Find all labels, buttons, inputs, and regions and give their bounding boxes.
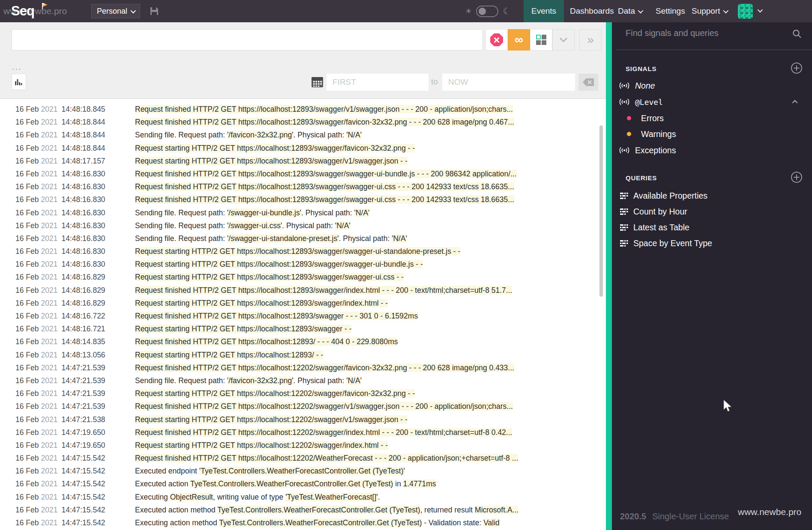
event-row[interactable]: 16 Feb202114:48:18.844 Request starting …: [15, 142, 606, 155]
event-row[interactable]: 16 Feb202114:48:14.835 Request finished …: [15, 335, 606, 348]
event-row[interactable]: 16 Feb202114:48:16.830 Request finished …: [15, 180, 606, 193]
signal-item-errors[interactable]: Errors: [612, 111, 812, 125]
add-signal-button[interactable]: [790, 62, 803, 76]
event-row[interactable]: 16 Feb202114:48:16.829 Request starting …: [15, 297, 606, 310]
event-message: Executing action method TyeTest.Controll…: [135, 516, 500, 529]
event-row[interactable]: 16 Feb202114:48:16.830 Request starting …: [15, 245, 606, 258]
event-row[interactable]: 16 Feb202114:47:15.542 Executing action …: [15, 516, 606, 529]
signal-item-none[interactable]: None: [612, 78, 812, 93]
event-message: Executed action method TyeTest.Controlle…: [135, 503, 518, 516]
event-row[interactable]: 16 Feb202114:47:19.650 Request starting …: [15, 439, 606, 452]
theme-toggle[interactable]: [476, 6, 498, 17]
event-row[interactable]: 16 Feb202114:48:18.844 Request finished …: [15, 116, 606, 128]
filter-history-ellipsis[interactable]: ...: [12, 62, 22, 72]
event-row[interactable]: 16 Feb202114:47:15.542 Executed action T…: [15, 477, 606, 490]
event-row[interactable]: 16 Feb202114:47:15.542 Request finished …: [15, 452, 606, 464]
event-row[interactable]: 16 Feb202114:47:21.539 Request finished …: [15, 400, 606, 413]
sidebar-accent-strip: [606, 22, 612, 530]
event-timestamp: 16 Feb202114:48:14.835: [15, 335, 135, 348]
sidebar-search-placeholder[interactable]: Find signals and queries: [626, 28, 719, 38]
range-start-input[interactable]: [327, 74, 428, 91]
moon-icon: ☾: [503, 6, 511, 16]
save-icon[interactable]: [150, 6, 159, 18]
message-segment: Request starting HTTP/2 GET https://loca…: [135, 299, 388, 307]
stop-button[interactable]: [485, 29, 508, 51]
event-row[interactable]: 16 Feb202114:47:15.542 Executing ObjectR…: [15, 491, 606, 503]
nav-tab-support[interactable]: Support: [684, 0, 735, 22]
event-row[interactable]: 16 Feb202114:47:21.539 Sending file. Req…: [15, 374, 606, 387]
add-query-button[interactable]: [790, 171, 803, 185]
nav-tab-events[interactable]: Events: [524, 0, 564, 22]
query-item-count-by-hour[interactable]: Count by Hour: [612, 204, 812, 219]
user-avatar[interactable]: [738, 4, 753, 19]
nav-tab-data[interactable]: Data: [610, 0, 650, 22]
event-timestamp: 16 Feb202114:47:21.538: [15, 413, 135, 426]
message-segment: . Physical path:: [282, 221, 335, 230]
range-end-input[interactable]: [442, 74, 575, 91]
signal-label: @Level: [635, 98, 663, 107]
tiles-view-button[interactable]: [530, 29, 552, 51]
event-message: Sending file. Request path: '/favicon-32…: [135, 374, 362, 387]
search-query-input[interactable]: [12, 29, 483, 51]
event-message: Request finished HTTP/2 GET https://loca…: [135, 284, 512, 297]
event-row[interactable]: 16 Feb202114:47:21.539 Request starting …: [15, 387, 606, 400]
signal-item-warnings[interactable]: Warnings: [612, 127, 812, 141]
event-row[interactable]: 16 Feb202114:48:16.829 Request finished …: [15, 284, 606, 297]
clear-range-button[interactable]: [578, 74, 598, 91]
histogram-toggle-button[interactable]: [12, 74, 26, 90]
event-row[interactable]: 16 Feb202114:48:16.830 Sending file. Req…: [15, 219, 606, 232]
event-timestamp: 16 Feb202114:48:16.830: [15, 193, 135, 206]
event-row[interactable]: 16 Feb202114:48:16.830 Sending file. Req…: [15, 206, 606, 219]
event-timestamp: 16 Feb202114:48:16.830: [15, 167, 135, 180]
event-row[interactable]: 16 Feb202114:48:17.157 Request starting …: [15, 155, 606, 167]
event-row[interactable]: 16 Feb202114:48:16.721 Request starting …: [15, 322, 606, 335]
event-timestamp: 16 Feb202114:48:18.844: [15, 128, 135, 141]
event-row[interactable]: 16 Feb202114:48:18.844 Sending file. Req…: [15, 128, 606, 141]
event-row[interactable]: 16 Feb202114:48:16.830 Sending file. Req…: [15, 232, 606, 245]
event-row[interactable]: 16 Feb202114:48:13.056 Request starting …: [15, 348, 606, 361]
event-timestamp: 16 Feb202114:47:21.539: [15, 361, 135, 374]
query-item-available-properties[interactable]: Available Properties: [612, 188, 812, 203]
tail-live-button[interactable]: ∞: [508, 29, 530, 51]
workspace-selector[interactable]: Personal: [91, 4, 140, 18]
message-segment: Request starting HTTP/2 GET https://loca…: [135, 260, 423, 268]
event-row[interactable]: 16 Feb202114:48:16.830 Request finished …: [15, 193, 606, 206]
event-message: Request starting HTTP/2 GET https://loca…: [135, 271, 404, 283]
event-row[interactable]: 16 Feb202114:48:16.722 Request finished …: [15, 310, 606, 322]
message-segment: Valid: [483, 518, 500, 527]
event-row[interactable]: 16 Feb202114:47:15.542 Executed action m…: [15, 503, 606, 516]
message-segment: Request finished HTTP/2 GET https://loca…: [135, 454, 518, 462]
view-options-button[interactable]: [552, 29, 575, 51]
event-timestamp: 16 Feb202114:48:16.829: [15, 284, 135, 297]
message-segment: Request starting HTTP/2 GET https://loca…: [135, 325, 351, 333]
signal-item-exceptions[interactable]: Exceptions: [612, 143, 812, 158]
event-list: 16 Feb202114:48:18.845 Request finished …: [0, 99, 606, 529]
event-timestamp: 16 Feb202114:47:19.650: [15, 439, 135, 452]
event-row[interactable]: 16 Feb202114:47:21.538 Request starting …: [15, 413, 606, 426]
event-row[interactable]: 16 Feb202114:48:16.830 Request starting …: [15, 258, 606, 271]
signal-item-level[interactable]: @Level: [612, 95, 812, 109]
event-row[interactable]: 16 Feb202114:47:15.542 Executed endpoint…: [15, 464, 606, 477]
event-row[interactable]: 16 Feb202114:48:16.829 Request starting …: [15, 271, 606, 283]
signal-label: Exceptions: [635, 146, 676, 155]
collapse-sidebar-button[interactable]: »: [579, 29, 602, 51]
message-segment: ObjectResult: [170, 493, 213, 501]
event-message: Request starting HTTP/2 GET https://loca…: [135, 155, 407, 167]
event-timestamp: 16 Feb202114:48:16.722: [15, 310, 135, 322]
events-scrollbar[interactable]: [599, 125, 603, 297]
chevron-down-icon[interactable]: [758, 7, 763, 13]
query-item-latest-as-table[interactable]: Latest as Table: [612, 220, 812, 235]
message-segment: TyeTest.Controllers.WeatherForecastContr…: [217, 506, 420, 514]
event-row[interactable]: 16 Feb202114:47:19.650 Request finished …: [15, 426, 606, 439]
calendar-icon[interactable]: [312, 76, 323, 89]
bar-chart-icon: [15, 77, 23, 86]
event-message: Request finished HTTP/2 GET https://loca…: [135, 426, 512, 439]
event-row[interactable]: 16 Feb202114:48:16.830 Request finished …: [15, 167, 606, 180]
search-icon[interactable]: [792, 29, 802, 41]
event-row[interactable]: 16 Feb202114:47:21.539 Request finished …: [15, 361, 606, 374]
event-timestamp: 16 Feb202114:47:21.539: [15, 400, 135, 413]
chevron-up-icon[interactable]: [792, 100, 798, 105]
plus-circle-icon: [790, 62, 803, 74]
query-item-space-by-event-type[interactable]: Space by Event Type: [612, 236, 812, 250]
event-row[interactable]: 16 Feb202114:48:18.845 Request finished …: [15, 103, 606, 116]
